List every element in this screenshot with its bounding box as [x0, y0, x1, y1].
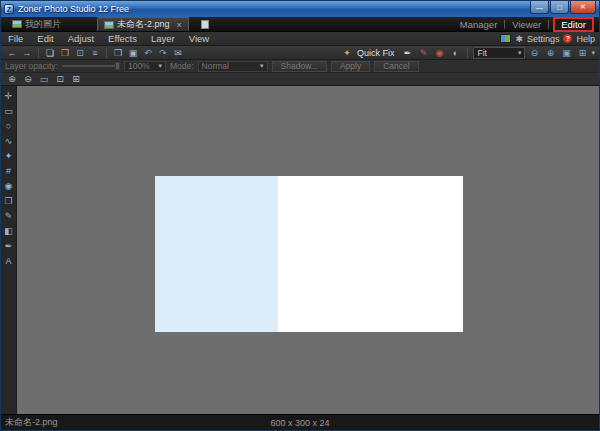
menu-adjust[interactable]: Adjust — [61, 33, 101, 44]
layer-mode-label: Mode: — [170, 61, 194, 71]
zoom-window-icon[interactable]: ⊡ — [53, 74, 67, 85]
settings-button[interactable]: Settings — [527, 34, 560, 44]
auto-levels-icon[interactable]: ◐ — [448, 47, 462, 59]
clone-stamp-tool[interactable]: ❐ — [2, 194, 16, 208]
minimize-button[interactable]: — — [530, 1, 549, 14]
zoom-level-select[interactable]: Fit ▾ — [473, 47, 525, 59]
zoom-out-icon[interactable]: ⊖ — [527, 47, 541, 59]
apply-button[interactable]: Apply — [331, 61, 370, 72]
ellipse-select-tool[interactable]: ○ — [2, 119, 16, 133]
maximize-button[interactable]: □ — [550, 1, 569, 14]
layer-opacity-value: 100% — [128, 61, 150, 71]
chevron-down-icon[interactable]: ▾ — [591, 49, 595, 57]
photo-folder-icon — [12, 20, 22, 28]
menu-layer[interactable]: Layer — [144, 33, 182, 44]
chevron-down-icon: ▾ — [260, 62, 264, 70]
slider-thumb[interactable] — [115, 62, 120, 70]
tab-close-icon[interactable]: × — [177, 20, 182, 30]
magic-wand-icon: ✦ — [340, 47, 354, 59]
rect-select-tool[interactable]: ▭ — [2, 104, 16, 118]
mode-viewer[interactable]: Viewer — [509, 19, 544, 30]
menu-bar: File Edit Adjust Effects Layer View ✱ Se… — [1, 32, 599, 46]
shadow-button[interactable]: Shadow... — [272, 61, 327, 72]
eyedropper-tool[interactable]: ✒ — [2, 239, 16, 253]
open-icon[interactable]: ❐ — [58, 47, 72, 59]
close-button[interactable]: ✕ — [570, 1, 596, 14]
toolbar-right: ✦ Quick Fix ✒ ✎ ◉ ◐ Fit ▾ ⊖ ⊕ ▣ ⊞ ▾ — [336, 47, 595, 59]
zoom-plus-icon[interactable]: ⊕ — [5, 74, 19, 85]
tab-bar: 我的圖片 未命名-2.png × Manager Viewer Editor — [1, 17, 599, 32]
window-controls: — □ ✕ — [530, 1, 596, 14]
zoom-100-icon[interactable]: ▣ — [559, 47, 573, 59]
new-tab-button[interactable] — [197, 17, 213, 31]
help-button[interactable]: Help — [576, 34, 595, 44]
zoom-fit-icon[interactable]: ⊞ — [575, 47, 589, 59]
save-icon[interactable]: ⊡ — [73, 47, 87, 59]
zoom-in-icon[interactable]: ⊕ — [543, 47, 557, 59]
lasso-tool[interactable]: ∿ — [2, 134, 16, 148]
back-icon[interactable]: ← — [5, 47, 19, 59]
move-tool[interactable]: ✛ — [2, 89, 16, 103]
magic-wand-tool[interactable]: ✦ — [2, 149, 16, 163]
page-icon — [201, 20, 209, 29]
layer-opacity-value-select[interactable]: 100% ▾ — [124, 61, 166, 72]
image-blue-region — [155, 176, 278, 332]
menu-view[interactable]: View — [182, 33, 216, 44]
titlebar[interactable]: Z Zoner Photo Studio 12 Free — □ ✕ — [1, 1, 599, 17]
image-thumbnail-icon — [104, 21, 114, 29]
eyedropper-icon[interactable]: ✒ — [400, 47, 414, 59]
chevron-down-icon: ▾ — [518, 49, 522, 57]
document-image[interactable] — [155, 176, 463, 332]
zoom-select-icon[interactable]: ▭ — [37, 74, 51, 85]
toolbar-separator — [467, 48, 468, 58]
red-eye-icon[interactable]: ◉ — [432, 47, 446, 59]
mode-manager[interactable]: Manager — [457, 19, 501, 30]
menu-effects[interactable]: Effects — [101, 33, 144, 44]
gear-icon: ✱ — [515, 34, 523, 44]
tools-sidebar: ✛ ▭ ○ ∿ ✦ # ◉ ❐ ✎ ◧ ✒ A — [1, 86, 17, 414]
main-toolbar: ← → ❏ ❐ ⊡ ≡ ❒ ▣ ↶ ↷ ✉ ✦ Quick Fix ✒ ✎ ◉ … — [1, 46, 599, 60]
zoom-ratio-icon[interactable]: ⊞ — [69, 74, 83, 85]
layer-opacity-label: Layer opacity: — [5, 61, 58, 71]
print-icon[interactable]: ≡ — [88, 47, 102, 59]
menu-file[interactable]: File — [1, 33, 30, 44]
toolbar-separator — [38, 48, 39, 58]
status-bar: 600 x 300 x 24 未命名-2.png — [1, 414, 599, 430]
window-title: Zoner Photo Studio 12 Free — [18, 4, 129, 14]
app-window: Z Zoner Photo Studio 12 Free — □ ✕ 我的圖片 … — [0, 0, 600, 431]
mail-icon[interactable]: ✉ — [171, 47, 185, 59]
chevron-down-icon: ▾ — [158, 62, 162, 70]
paste-icon[interactable]: ▣ — [126, 47, 140, 59]
fill-tool[interactable]: ◧ — [2, 224, 16, 238]
copy-icon[interactable]: ❒ — [111, 47, 125, 59]
crop-tool[interactable]: # — [2, 164, 16, 178]
mode-editor[interactable]: Editor — [553, 17, 594, 32]
tab-document-label: 未命名-2.png — [117, 18, 170, 31]
menu-edit[interactable]: Edit — [30, 33, 60, 44]
tab-my-pictures[interactable]: 我的圖片 — [6, 17, 67, 31]
mode-separator — [548, 20, 549, 29]
zoom-minus-icon[interactable]: ⊖ — [21, 74, 35, 85]
new-file-icon[interactable]: ❏ — [43, 47, 57, 59]
cancel-button[interactable]: Cancel — [374, 61, 418, 72]
tab-document[interactable]: 未命名-2.png × — [97, 17, 189, 31]
display-colors-icon[interactable] — [500, 34, 511, 43]
brush-icon[interactable]: ✎ — [416, 47, 430, 59]
undo-icon[interactable]: ↶ — [141, 47, 155, 59]
layer-opacity-slider[interactable] — [62, 62, 120, 70]
menubar-right: ✱ Settings ? Help — [500, 34, 599, 44]
slider-track — [62, 65, 120, 67]
quick-fix-button[interactable]: ✦ Quick Fix — [336, 47, 399, 59]
canvas-area[interactable] — [17, 86, 599, 414]
forward-icon[interactable]: → — [20, 47, 34, 59]
layer-mode-select[interactable]: Normal ▾ — [198, 61, 268, 72]
quick-fix-label: Quick Fix — [357, 48, 395, 58]
brush-tool[interactable]: ✎ — [2, 209, 16, 223]
help-icon: ? — [563, 34, 572, 43]
text-tool[interactable]: A — [2, 254, 16, 268]
mode-separator — [504, 20, 505, 29]
red-eye-tool[interactable]: ◉ — [2, 179, 16, 193]
redo-icon[interactable]: ↷ — [156, 47, 170, 59]
zoom-toolbar: ⊕ ⊖ ▭ ⊡ ⊞ — [1, 73, 599, 86]
zoom-level-value: Fit — [477, 48, 486, 58]
